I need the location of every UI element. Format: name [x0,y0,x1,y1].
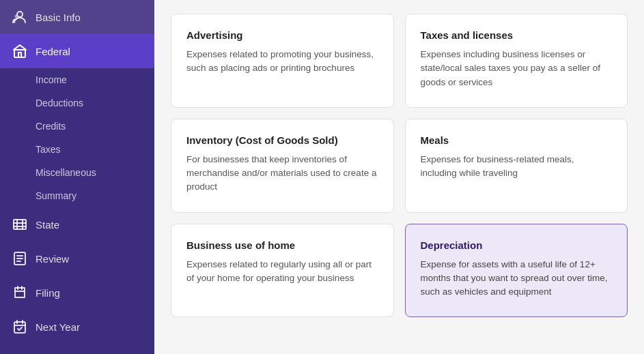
svg-rect-2 [14,50,25,57]
sidebar-subitem-credits-label: Credits [36,121,66,132]
card-depreciation[interactable]: Depreciation Expense for assets with a u… [405,224,628,318]
card-advertising[interactable]: Advertising Expenses related to promotin… [171,14,394,108]
card-taxes-licenses-desc: Expenses including business licenses or … [421,48,613,89]
card-taxes-licenses-title: Taxes and licenses [421,29,613,41]
sidebar-item-filing-label: Filing [36,287,60,299]
sidebar-subitem-credits[interactable]: Credits [0,115,154,138]
sidebar-item-state[interactable]: State [0,207,154,241]
card-business-home[interactable]: Business use of home Expenses related to… [171,224,394,318]
sidebar-subitem-miscellaneous[interactable]: Miscellaneous [0,161,154,184]
svg-rect-4 [14,220,26,229]
svg-point-1 [15,15,18,18]
card-business-home-title: Business use of home [186,239,378,251]
next-year-icon [12,319,27,334]
sidebar-item-review[interactable]: Review [0,241,154,276]
card-depreciation-title: Depreciation [421,239,613,251]
sidebar-subitem-summary-label: Summary [36,190,76,201]
sidebar-item-next-year[interactable]: Next Year [0,310,154,344]
card-meals-title: Meals [421,134,613,146]
sidebar-item-state-label: State [36,219,59,231]
sidebar-subitem-taxes[interactable]: Taxes [0,138,154,161]
person-icon [12,10,27,25]
main-content: Advertising Expenses related to promotin… [154,0,644,354]
federal-icon [12,44,27,59]
card-inventory[interactable]: Inventory (Cost of Goods Sold) For busin… [171,119,394,213]
card-meals[interactable]: Meals Expenses for business-related meal… [405,119,628,213]
card-depreciation-desc: Expense for assets with a useful life of… [421,258,613,299]
sidebar: Basic Info Federal Income Deductions Cre… [0,0,154,354]
sidebar-subitem-deductions[interactable]: Deductions [0,91,154,115]
card-business-home-desc: Expenses related to regularly using all … [186,258,378,286]
state-icon [12,217,27,232]
sidebar-item-filing[interactable]: Filing [0,276,154,310]
svg-rect-6 [14,322,25,333]
sidebar-item-basic-info-label: Basic Info [36,12,81,23]
sidebar-item-basic-info[interactable]: Basic Info [0,0,154,34]
card-meals-desc: Expenses for business-related meals, inc… [421,153,613,181]
sidebar-subitem-income-label: Income [36,74,67,85]
card-advertising-title: Advertising [186,29,378,41]
sidebar-subitem-taxes-label: Taxes [36,144,61,155]
sidebar-item-next-year-label: Next Year [36,321,80,333]
card-inventory-title: Inventory (Cost of Goods Sold) [186,134,378,146]
sidebar-subitem-deductions-label: Deductions [36,98,83,108]
cards-grid: Advertising Expenses related to promotin… [171,14,628,317]
sidebar-subitem-income[interactable]: Income [0,68,154,91]
card-inventory-desc: For businesses that keep inventories of … [186,153,378,194]
sidebar-subitem-summary[interactable]: Summary [0,184,154,207]
filing-icon [12,285,27,300]
sidebar-subitem-miscellaneous-label: Miscellaneous [36,167,96,178]
svg-rect-3 [18,53,21,57]
card-taxes-licenses[interactable]: Taxes and licenses Expenses including bu… [405,14,628,108]
review-icon [12,251,27,266]
card-advertising-desc: Expenses related to promoting your busin… [186,48,378,76]
sidebar-item-review-label: Review [36,253,69,265]
sidebar-item-federal[interactable]: Federal [0,34,154,68]
sidebar-item-federal-label: Federal [36,46,70,57]
